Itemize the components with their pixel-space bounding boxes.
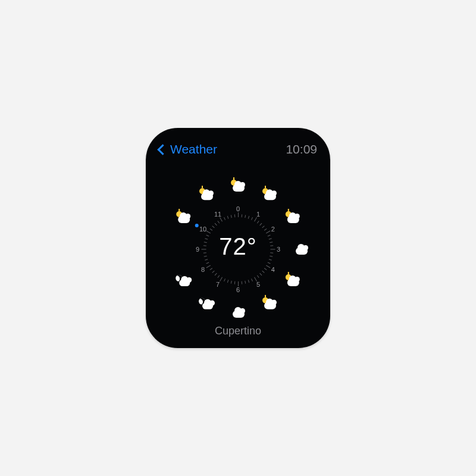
hour-label: 6 [233, 286, 243, 293]
clock-time: 10:09 [286, 142, 317, 156]
header: Weather 10:09 [146, 141, 330, 158]
watch-face[interactable]: Weather 10:09 72° Cupertino 012345678910… [146, 128, 330, 348]
hour-forecast-icon [198, 297, 215, 310]
location-label: Cupertino [146, 325, 330, 337]
back-label: Weather [170, 142, 217, 156]
hour-label: 9 [192, 246, 203, 253]
hour-label: 0 [233, 205, 243, 212]
hour-label: 5 [253, 280, 264, 287]
hour-forecast-icon [261, 188, 278, 201]
hour-forecast-icon [198, 188, 215, 201]
back-button[interactable]: Weather [159, 142, 217, 156]
hour-label: 4 [268, 266, 278, 273]
hour-label: 8 [198, 266, 208, 273]
current-temperature: 72° [219, 233, 257, 260]
current-hour-indicator [195, 224, 199, 227]
chevron-left-icon [157, 144, 168, 155]
hour-forecast-icon [284, 274, 302, 287]
hour-forecast-icon [174, 211, 192, 224]
hour-label: 7 [212, 280, 223, 287]
hour-forecast-icon [292, 243, 310, 256]
hour-label: 1 [253, 211, 264, 218]
hour-forecast-icon [229, 306, 247, 319]
hour-forecast-icon [229, 180, 247, 193]
hour-forecast-icon [284, 211, 302, 224]
hour-label: 2 [268, 226, 278, 233]
hour-forecast-icon [261, 297, 278, 310]
hour-forecast-icon [174, 274, 192, 287]
hour-label: 11 [212, 211, 223, 218]
hour-label: 10 [198, 226, 208, 233]
hour-label: 3 [273, 246, 284, 253]
